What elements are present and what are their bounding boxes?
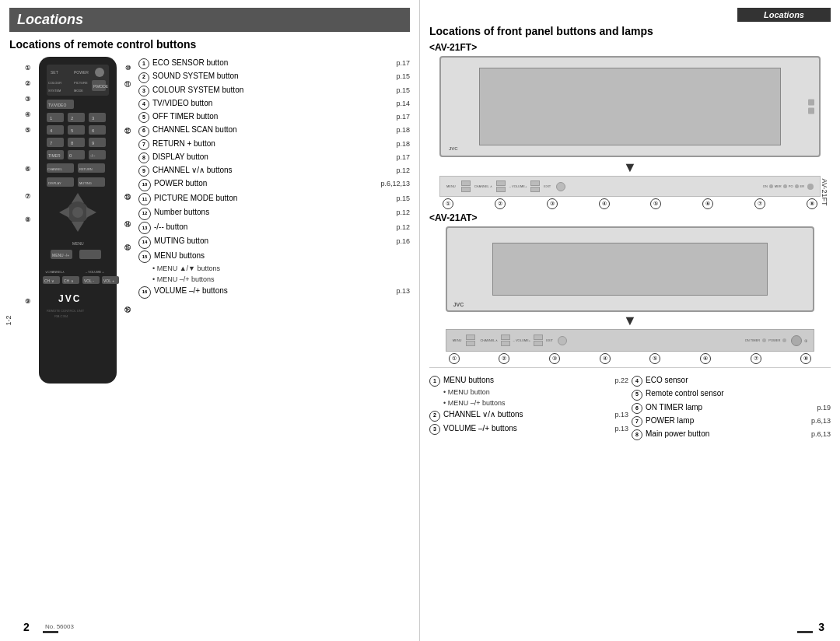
btn-item-4: 4 TV/VIDEO button p.14 <box>138 97 410 110</box>
bottom-name-6: ON TIMER lamp <box>646 401 814 413</box>
btn-item-13: 13 -/-- button p.12 <box>138 221 410 235</box>
remote-num-1: ① <box>25 65 30 72</box>
btn-page-5: p.17 <box>396 112 410 123</box>
page-bar-right <box>797 631 813 633</box>
btn-item-9: 9 CHANNEL ∨/∧ buttons p.12 <box>138 164 410 177</box>
btn-num-8: 8 <box>138 152 149 163</box>
right-panel: Locations AV-21FT Locations of front pan… <box>420 0 840 641</box>
svg-text:– VOLUME +: – VOLUME + <box>86 270 104 274</box>
bottom-num-6: 6 <box>632 403 642 414</box>
btn-page-14: p.16 <box>396 236 410 247</box>
at-num-6: ⑥ <box>700 353 711 364</box>
bottom-item-6: 6 ON TIMER lamp p.19 <box>632 401 831 414</box>
btn-num-4: 4 <box>138 99 149 110</box>
btn-item-12: 12 Number buttons p.12 <box>138 206 410 220</box>
bottom-name-5: Remote control sensor <box>646 387 828 399</box>
remote-num-3: ③ <box>25 96 30 103</box>
btn-page-16: p.13 <box>396 286 410 297</box>
svg-text:JVC: JVC <box>58 293 81 304</box>
svg-text:MUTING: MUTING <box>79 181 92 185</box>
right-header-title: Locations <box>737 8 831 22</box>
remote-illustration: ① ② ③ ④ ⑤ ⑥ ⑦ ⑧ ⑨ ⑩ ⑪ ⑫ ⑬ ⑭ ⑮ ⑯ <box>23 57 132 391</box>
btn-name-6: CHANNEL SCAN button <box>152 124 393 135</box>
btn-page-3: p.15 <box>396 86 410 96</box>
remote-num-9: ⑨ <box>25 298 30 305</box>
svg-point-4 <box>95 68 104 77</box>
remote-num-7: ⑦ <box>25 193 30 200</box>
tv-ft-screen <box>479 68 782 146</box>
svg-text:∨CHANNEL∧: ∨CHANNEL∧ <box>45 270 65 274</box>
model-ft-label: <AV-21FT> <box>429 42 831 53</box>
btn-item-7: 7 RETURN + button p.18 <box>138 138 410 150</box>
bottom-sub-menu-2: • MENU –/+ buttons <box>443 398 628 409</box>
bottom-num-8: 8 <box>632 429 642 440</box>
btn-item-2: 2 SOUND SYSTEM button p.15 <box>138 70 410 82</box>
btn-num-1: 1 <box>138 58 149 69</box>
btn-item-8: 8 DISPLAY button p.17 <box>138 151 410 163</box>
bottom-item-2: 2 CHANNEL ∨/∧ buttons p.13 <box>429 408 628 421</box>
btn-item-16: 16 VOLUME –/+ buttons p.13 <box>138 285 410 299</box>
left-header-title: Locations <box>9 8 410 32</box>
btn-name-11: PICTURE MODE button <box>154 192 393 204</box>
remote-num-11: ⑪ <box>124 80 131 89</box>
btn-item-15: 15 MENU buttons <box>138 250 410 264</box>
bottom-num-4: 4 <box>632 376 642 387</box>
btn-name-1: ECO SENSOR button <box>152 57 393 68</box>
svg-text:P.MODE: P.MODE <box>93 84 109 89</box>
svg-text:TIMER: TIMER <box>48 153 61 158</box>
bottom-num-2: 2 <box>429 411 440 422</box>
remote-num-6: ⑥ <box>25 166 30 173</box>
bottom-item-8: 8 Main power button p.6,13 <box>632 428 831 440</box>
svg-text:MODE: MODE <box>74 89 83 93</box>
page-bar-left <box>43 631 58 633</box>
left-section-title: Locations of remote control buttons <box>9 38 410 51</box>
remote-num-10: ⑩ <box>125 65 131 72</box>
btn-name-3: COLOUR SYSTEM button <box>152 84 393 96</box>
svg-text:RM-C364: RM-C364 <box>54 314 68 318</box>
no-label: No. 56003 <box>45 623 74 630</box>
btn-name-5: OFF TIMER button <box>152 110 393 122</box>
left-content: ① ② ③ ④ ⑤ ⑥ ⑦ ⑧ ⑨ ⑩ ⑪ ⑫ ⑬ ⑭ ⑮ ⑯ <box>23 57 410 391</box>
tv-ft-body: JVC <box>439 56 821 157</box>
bottom-page-7: p.6,13 <box>811 416 831 427</box>
btn-item-1: 1 ECO SENSOR button p.17 <box>138 57 410 69</box>
btn-page-9: p.12 <box>396 166 410 177</box>
ft-num-8: ⑧ <box>807 198 817 209</box>
btn-num-10: 10 <box>138 179 151 191</box>
btn-num-15: 15 <box>138 250 151 263</box>
svg-text:DISPLAY: DISPLAY <box>48 181 61 185</box>
bottom-num-7: 7 <box>632 416 642 427</box>
bottom-num-5: 5 <box>632 390 642 401</box>
menu-sub-1: • MENU ▲/▼ buttons <box>152 264 410 275</box>
btn-num-16: 16 <box>138 286 151 299</box>
bottom-right-col: 4 ECO sensor 5 Remote control sensor 6 O… <box>632 374 831 441</box>
at-num-7: ⑦ <box>751 353 761 364</box>
svg-text:-/--: -/-- <box>90 153 96 158</box>
bottom-name-4: ECO sensor <box>646 374 828 386</box>
model-at-label: <AV-21AT> <box>429 212 831 223</box>
svg-text:VOL +: VOL + <box>103 278 114 283</box>
at-num-8: ⑧ <box>800 353 811 364</box>
page-num-left: 2 <box>23 621 30 633</box>
divider-bottom <box>429 367 831 368</box>
btn-num-5: 5 <box>138 112 149 123</box>
tv-ft-illustration: JVC ▼ MENU CHANNEL ∧ – VOLUME+ <box>429 56 831 209</box>
svg-text:CH ∨: CH ∨ <box>44 278 54 283</box>
btn-name-10: POWER button <box>154 177 377 189</box>
svg-text:TV/VIDEO: TV/VIDEO <box>48 103 66 107</box>
ft-num-6: ⑥ <box>702 198 713 209</box>
tv-at-brand: JVC <box>453 302 464 307</box>
btn-page-2: p.15 <box>396 72 410 82</box>
at-num-1: ① <box>449 353 460 364</box>
remote-num-14: ⑭ <box>124 220 131 229</box>
side-label-left: 1-2 <box>5 315 12 325</box>
btn-item-5: 5 OFF TIMER button p.17 <box>138 110 410 123</box>
svg-text:RETURN: RETURN <box>79 167 93 171</box>
tv-at-controls: MENU CHANNEL∧ – VOLUME+ EXIT ON TIMER PO… <box>446 329 815 352</box>
svg-text:PICTURE: PICTURE <box>74 81 88 85</box>
bottom-item-7: 7 POWER lamp p.6,13 <box>632 415 831 427</box>
btn-name-2: SOUND SYSTEM button <box>152 70 393 82</box>
btn-item-11: 11 PICTURE MODE button p.15 <box>138 192 410 206</box>
btn-item-10: 10 POWER button p.6,12,13 <box>138 177 410 191</box>
left-panel: 1-2 Locations Locations of remote contro… <box>0 0 420 641</box>
